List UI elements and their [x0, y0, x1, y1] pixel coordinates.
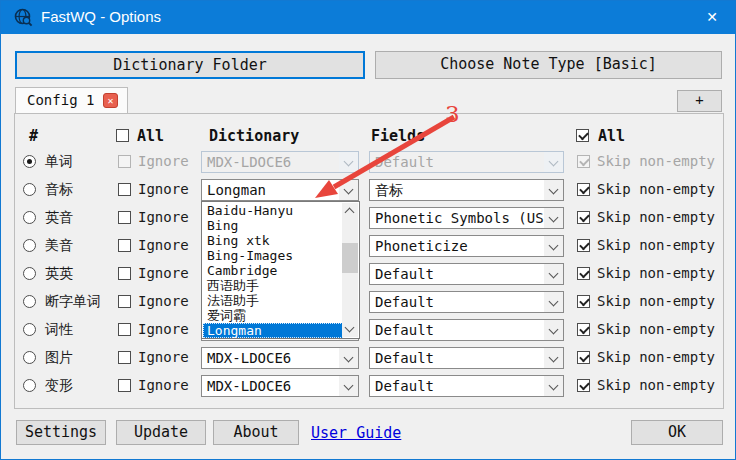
dropdown-option[interactable]: Cambridge [203, 263, 343, 278]
dropdown-option[interactable]: 爱词霸 [203, 308, 343, 323]
ignore-label-4: Ignore [138, 265, 189, 281]
chevron-down-icon[interactable] [544, 292, 563, 312]
skip-checkbox-4[interactable] [577, 267, 590, 280]
chevron-down-icon[interactable] [544, 236, 563, 256]
scroll-down-icon[interactable] [342, 321, 358, 337]
skip-checkbox-0 [577, 155, 590, 168]
ignore-checkbox-2[interactable] [118, 211, 131, 224]
skip-label-6: Skip non-empty [597, 321, 715, 337]
chevron-down-icon[interactable] [339, 348, 358, 368]
all-ignore-checkbox[interactable] [116, 129, 129, 142]
dictionary-value-8: MDX-LDOCE6 [207, 378, 291, 394]
field-select-7[interactable]: Default [369, 347, 564, 369]
ignore-checkbox-6[interactable] [118, 323, 131, 336]
chevron-down-icon[interactable] [544, 320, 563, 340]
choose-note-type-button[interactable]: Choose Note Type [Basic] [375, 51, 722, 79]
tab-close-icon[interactable]: ✕ [103, 93, 118, 108]
skip-label-0: Skip non-empty [597, 153, 715, 169]
about-button[interactable]: About [213, 420, 299, 445]
ignore-checkbox-7[interactable] [118, 351, 131, 364]
title-bar[interactable]: FastWQ - Options ✕ [1, 1, 735, 34]
close-window-button[interactable]: ✕ [689, 1, 735, 34]
skip-label-4: Skip non-empty [597, 265, 715, 281]
skip-checkbox-3[interactable] [577, 239, 590, 252]
skip-checkbox-7[interactable] [577, 351, 590, 364]
field-value-4: Default [375, 266, 434, 282]
row-label-0: 单词 [45, 153, 73, 171]
skip-checkbox-6[interactable] [577, 323, 590, 336]
tab-label: Config 1 [27, 92, 94, 108]
user-guide-link[interactable]: User Guide [311, 424, 401, 442]
scroll-up-icon[interactable] [342, 203, 358, 219]
row-radio-1[interactable] [23, 183, 36, 196]
column-header-number: # [29, 127, 38, 145]
skip-label-5: Skip non-empty [597, 293, 715, 309]
dictionary-select-0: MDX-LDOCE6 [201, 151, 359, 173]
dropdown-option[interactable]: 西语助手 [203, 278, 343, 293]
chevron-down-icon[interactable] [544, 264, 563, 284]
tab-config-1[interactable]: Config 1 ✕ [15, 87, 128, 114]
ignore-checkbox-8[interactable] [118, 379, 131, 392]
field-select-0: Default [369, 151, 564, 173]
row-radio-4[interactable] [23, 267, 36, 280]
add-tab-button[interactable]: + [677, 90, 722, 112]
dictionary-select-7[interactable]: MDX-LDOCE6 [201, 347, 359, 369]
chevron-down-icon [544, 152, 563, 172]
row-radio-6[interactable] [23, 323, 36, 336]
row-radio-5[interactable] [23, 295, 36, 308]
chevron-down-icon[interactable] [544, 208, 563, 228]
row-radio-2[interactable] [23, 211, 36, 224]
dropdown-option[interactable]: Bing-Images [203, 248, 343, 263]
column-header-dictionary: Dictionary [209, 127, 299, 145]
dropdown-option[interactable]: Bing xtk [203, 233, 343, 248]
ignore-checkbox-0 [118, 155, 131, 168]
chevron-down-icon[interactable] [544, 376, 563, 396]
ignore-checkbox-5[interactable] [118, 295, 131, 308]
ignore-label-6: Ignore [138, 321, 189, 337]
dictionary-select-1[interactable]: Longman [201, 179, 359, 201]
dictionary-select-8[interactable]: MDX-LDOCE6 [201, 375, 359, 397]
dictionary-value-1: Longman [207, 182, 266, 198]
chevron-down-icon[interactable] [544, 348, 563, 368]
row-label-6: 词性 [45, 321, 73, 339]
skip-checkbox-1[interactable] [577, 183, 590, 196]
row-radio-3[interactable] [23, 239, 36, 252]
close-icon: ✕ [706, 9, 718, 25]
skip-checkbox-8[interactable] [577, 379, 590, 392]
dropdown-option[interactable]: Bing [203, 218, 343, 233]
field-select-3[interactable]: Phoneticize [369, 235, 564, 257]
field-select-2[interactable]: Phonetic Symbols (US) [369, 207, 564, 229]
ignore-label-8: Ignore [138, 377, 189, 393]
ignore-checkbox-1[interactable] [118, 183, 131, 196]
chevron-down-icon[interactable] [339, 180, 358, 200]
dropdown-option[interactable]: Baidu-Hanyu [203, 203, 343, 218]
field-select-8[interactable]: Default [369, 375, 564, 397]
field-value-1: 音标 [375, 182, 403, 200]
settings-button[interactable]: Settings [16, 420, 106, 445]
skip-checkbox-5[interactable] [577, 295, 590, 308]
ok-button[interactable]: OK [631, 420, 723, 445]
field-value-6: Default [375, 322, 434, 338]
all-skip-checkbox[interactable] [576, 129, 589, 142]
scrollbar-thumb[interactable] [342, 243, 358, 273]
skip-checkbox-2[interactable] [577, 211, 590, 224]
field-select-1[interactable]: 音标 [369, 179, 564, 201]
row-radio-8[interactable] [23, 379, 36, 392]
field-select-6[interactable]: Default [369, 319, 564, 341]
field-select-5[interactable]: Default [369, 291, 564, 313]
row-radio-7[interactable] [23, 351, 36, 364]
row-radio-0[interactable] [23, 155, 36, 168]
dropdown-scrollbar[interactable] [342, 203, 358, 337]
update-button[interactable]: Update [116, 420, 206, 445]
ignore-checkbox-3[interactable] [118, 239, 131, 252]
dropdown-option[interactable]: 法语助手 [203, 293, 343, 308]
field-select-4[interactable]: Default [369, 263, 564, 285]
chevron-down-icon[interactable] [544, 180, 563, 200]
dictionary-folder-button[interactable]: Dictionary Folder [15, 51, 365, 79]
ignore-checkbox-4[interactable] [118, 267, 131, 280]
ignore-label-5: Ignore [138, 293, 189, 309]
field-value-8: Default [375, 378, 434, 394]
chevron-down-icon[interactable] [339, 376, 358, 396]
dropdown-option-selected[interactable]: Longman [203, 323, 343, 338]
field-value-0: Default [375, 154, 434, 170]
